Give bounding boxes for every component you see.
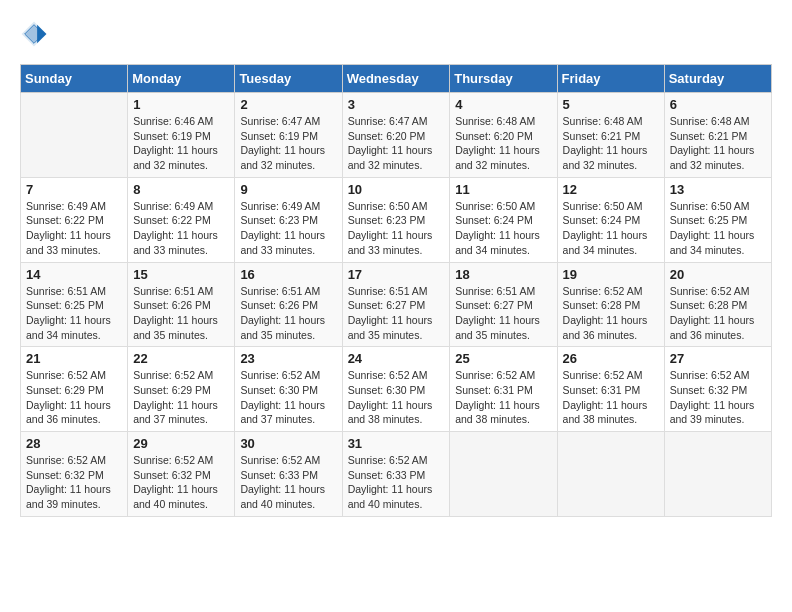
calendar-cell: 13Sunrise: 6:50 AMSunset: 6:25 PMDayligh…	[664, 177, 771, 262]
calendar-cell: 12Sunrise: 6:50 AMSunset: 6:24 PMDayligh…	[557, 177, 664, 262]
calendar-cell: 26Sunrise: 6:52 AMSunset: 6:31 PMDayligh…	[557, 347, 664, 432]
day-number: 31	[348, 436, 445, 451]
calendar-cell: 19Sunrise: 6:52 AMSunset: 6:28 PMDayligh…	[557, 262, 664, 347]
week-row: 7Sunrise: 6:49 AMSunset: 6:22 PMDaylight…	[21, 177, 772, 262]
calendar-cell: 5Sunrise: 6:48 AMSunset: 6:21 PMDaylight…	[557, 93, 664, 178]
day-info: Sunrise: 6:52 AMSunset: 6:30 PMDaylight:…	[348, 368, 445, 427]
calendar-cell: 18Sunrise: 6:51 AMSunset: 6:27 PMDayligh…	[450, 262, 557, 347]
day-info: Sunrise: 6:52 AMSunset: 6:29 PMDaylight:…	[133, 368, 229, 427]
day-number: 17	[348, 267, 445, 282]
calendar-cell: 9Sunrise: 6:49 AMSunset: 6:23 PMDaylight…	[235, 177, 342, 262]
weekday-header-saturday: Saturday	[664, 65, 771, 93]
day-number: 9	[240, 182, 336, 197]
day-info: Sunrise: 6:52 AMSunset: 6:33 PMDaylight:…	[348, 453, 445, 512]
calendar-cell: 8Sunrise: 6:49 AMSunset: 6:22 PMDaylight…	[128, 177, 235, 262]
calendar-cell: 28Sunrise: 6:52 AMSunset: 6:32 PMDayligh…	[21, 432, 128, 517]
day-number: 18	[455, 267, 551, 282]
calendar-cell: 24Sunrise: 6:52 AMSunset: 6:30 PMDayligh…	[342, 347, 450, 432]
calendar-cell: 27Sunrise: 6:52 AMSunset: 6:32 PMDayligh…	[664, 347, 771, 432]
day-info: Sunrise: 6:50 AMSunset: 6:25 PMDaylight:…	[670, 199, 766, 258]
calendar-cell: 10Sunrise: 6:50 AMSunset: 6:23 PMDayligh…	[342, 177, 450, 262]
calendar-cell: 15Sunrise: 6:51 AMSunset: 6:26 PMDayligh…	[128, 262, 235, 347]
day-number: 11	[455, 182, 551, 197]
calendar-cell: 23Sunrise: 6:52 AMSunset: 6:30 PMDayligh…	[235, 347, 342, 432]
day-info: Sunrise: 6:48 AMSunset: 6:20 PMDaylight:…	[455, 114, 551, 173]
day-number: 6	[670, 97, 766, 112]
day-info: Sunrise: 6:48 AMSunset: 6:21 PMDaylight:…	[563, 114, 659, 173]
weekday-header-sunday: Sunday	[21, 65, 128, 93]
page-header	[20, 20, 772, 48]
day-number: 13	[670, 182, 766, 197]
day-info: Sunrise: 6:50 AMSunset: 6:23 PMDaylight:…	[348, 199, 445, 258]
day-info: Sunrise: 6:51 AMSunset: 6:27 PMDaylight:…	[348, 284, 445, 343]
week-row: 14Sunrise: 6:51 AMSunset: 6:25 PMDayligh…	[21, 262, 772, 347]
day-info: Sunrise: 6:52 AMSunset: 6:31 PMDaylight:…	[563, 368, 659, 427]
calendar-cell: 1Sunrise: 6:46 AMSunset: 6:19 PMDaylight…	[128, 93, 235, 178]
day-info: Sunrise: 6:50 AMSunset: 6:24 PMDaylight:…	[563, 199, 659, 258]
day-number: 8	[133, 182, 229, 197]
day-info: Sunrise: 6:51 AMSunset: 6:27 PMDaylight:…	[455, 284, 551, 343]
weekday-header-friday: Friday	[557, 65, 664, 93]
calendar-header: SundayMondayTuesdayWednesdayThursdayFrid…	[21, 65, 772, 93]
day-number: 5	[563, 97, 659, 112]
day-info: Sunrise: 6:50 AMSunset: 6:24 PMDaylight:…	[455, 199, 551, 258]
calendar-cell: 25Sunrise: 6:52 AMSunset: 6:31 PMDayligh…	[450, 347, 557, 432]
day-info: Sunrise: 6:51 AMSunset: 6:25 PMDaylight:…	[26, 284, 122, 343]
logo	[20, 20, 52, 48]
calendar-cell	[450, 432, 557, 517]
day-number: 19	[563, 267, 659, 282]
calendar-cell	[21, 93, 128, 178]
day-info: Sunrise: 6:47 AMSunset: 6:20 PMDaylight:…	[348, 114, 445, 173]
day-number: 15	[133, 267, 229, 282]
day-info: Sunrise: 6:52 AMSunset: 6:33 PMDaylight:…	[240, 453, 336, 512]
day-info: Sunrise: 6:47 AMSunset: 6:19 PMDaylight:…	[240, 114, 336, 173]
calendar-cell: 21Sunrise: 6:52 AMSunset: 6:29 PMDayligh…	[21, 347, 128, 432]
day-info: Sunrise: 6:52 AMSunset: 6:29 PMDaylight:…	[26, 368, 122, 427]
day-info: Sunrise: 6:52 AMSunset: 6:28 PMDaylight:…	[670, 284, 766, 343]
day-number: 28	[26, 436, 122, 451]
weekday-header-wednesday: Wednesday	[342, 65, 450, 93]
calendar-cell: 11Sunrise: 6:50 AMSunset: 6:24 PMDayligh…	[450, 177, 557, 262]
day-number: 14	[26, 267, 122, 282]
day-number: 29	[133, 436, 229, 451]
week-row: 21Sunrise: 6:52 AMSunset: 6:29 PMDayligh…	[21, 347, 772, 432]
calendar-cell: 29Sunrise: 6:52 AMSunset: 6:32 PMDayligh…	[128, 432, 235, 517]
day-info: Sunrise: 6:52 AMSunset: 6:31 PMDaylight:…	[455, 368, 551, 427]
calendar-cell: 3Sunrise: 6:47 AMSunset: 6:20 PMDaylight…	[342, 93, 450, 178]
calendar-cell	[557, 432, 664, 517]
day-info: Sunrise: 6:49 AMSunset: 6:22 PMDaylight:…	[26, 199, 122, 258]
calendar-body: 1Sunrise: 6:46 AMSunset: 6:19 PMDaylight…	[21, 93, 772, 517]
calendar-cell: 4Sunrise: 6:48 AMSunset: 6:20 PMDaylight…	[450, 93, 557, 178]
day-info: Sunrise: 6:49 AMSunset: 6:23 PMDaylight:…	[240, 199, 336, 258]
day-number: 1	[133, 97, 229, 112]
day-info: Sunrise: 6:48 AMSunset: 6:21 PMDaylight:…	[670, 114, 766, 173]
weekday-header-thursday: Thursday	[450, 65, 557, 93]
day-number: 10	[348, 182, 445, 197]
day-info: Sunrise: 6:52 AMSunset: 6:32 PMDaylight:…	[26, 453, 122, 512]
day-info: Sunrise: 6:51 AMSunset: 6:26 PMDaylight:…	[240, 284, 336, 343]
day-number: 30	[240, 436, 336, 451]
calendar-cell: 7Sunrise: 6:49 AMSunset: 6:22 PMDaylight…	[21, 177, 128, 262]
day-number: 3	[348, 97, 445, 112]
day-info: Sunrise: 6:51 AMSunset: 6:26 PMDaylight:…	[133, 284, 229, 343]
calendar-cell: 30Sunrise: 6:52 AMSunset: 6:33 PMDayligh…	[235, 432, 342, 517]
calendar-cell: 14Sunrise: 6:51 AMSunset: 6:25 PMDayligh…	[21, 262, 128, 347]
calendar-cell: 20Sunrise: 6:52 AMSunset: 6:28 PMDayligh…	[664, 262, 771, 347]
day-number: 23	[240, 351, 336, 366]
day-number: 21	[26, 351, 122, 366]
day-number: 25	[455, 351, 551, 366]
calendar-cell: 22Sunrise: 6:52 AMSunset: 6:29 PMDayligh…	[128, 347, 235, 432]
day-info: Sunrise: 6:52 AMSunset: 6:32 PMDaylight:…	[133, 453, 229, 512]
day-number: 4	[455, 97, 551, 112]
logo-icon	[20, 20, 48, 48]
day-info: Sunrise: 6:52 AMSunset: 6:32 PMDaylight:…	[670, 368, 766, 427]
calendar-cell: 6Sunrise: 6:48 AMSunset: 6:21 PMDaylight…	[664, 93, 771, 178]
weekday-row: SundayMondayTuesdayWednesdayThursdayFrid…	[21, 65, 772, 93]
week-row: 1Sunrise: 6:46 AMSunset: 6:19 PMDaylight…	[21, 93, 772, 178]
day-number: 22	[133, 351, 229, 366]
day-number: 16	[240, 267, 336, 282]
week-row: 28Sunrise: 6:52 AMSunset: 6:32 PMDayligh…	[21, 432, 772, 517]
weekday-header-tuesday: Tuesday	[235, 65, 342, 93]
day-number: 12	[563, 182, 659, 197]
calendar-cell: 16Sunrise: 6:51 AMSunset: 6:26 PMDayligh…	[235, 262, 342, 347]
